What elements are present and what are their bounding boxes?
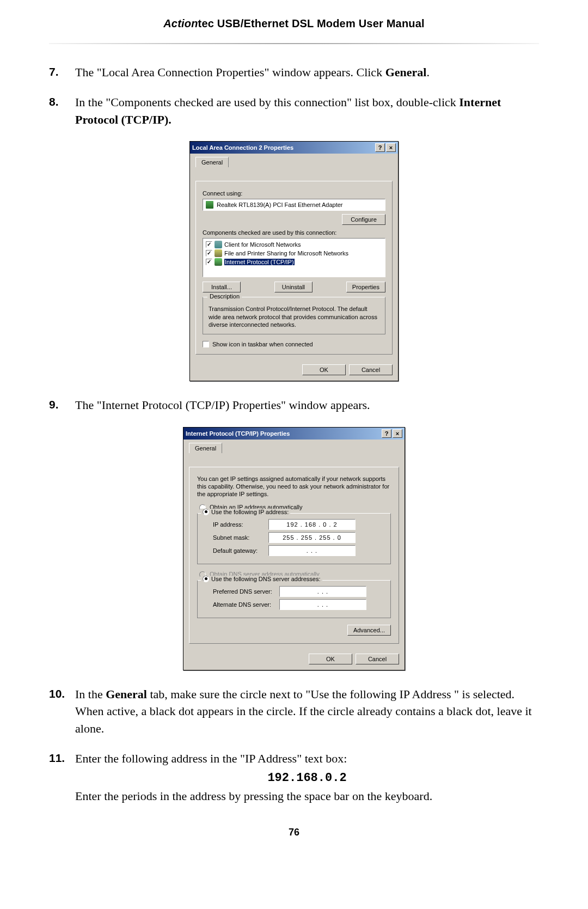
dialog-titlebar[interactable]: Local Area Connection 2 Properties ? × [190,142,398,154]
cancel-button[interactable]: Cancel [349,364,393,375]
step-9: 9. The "Internet Protocol (TCP/IP) Prope… [49,396,539,413]
instruction-list: 7. The "Local Area Connection Properties… [49,64,539,128]
properties-button[interactable]: Properties [346,282,385,292]
description-group: Transmission Control Protocol/Internet P… [203,297,385,334]
figure-lan-properties: Local Area Connection 2 Properties ? × G… [49,141,539,381]
components-listbox[interactable]: Client for Microsoft Networks File and P… [203,238,385,277]
show-icon-label: Show icon in taskbar when connected [212,341,313,347]
step-bold: General [106,687,147,701]
page-header: Actiontec USB/Ethernet DSL Modem User Ma… [49,17,539,40]
subnet-mask-input[interactable]: 255 . 255 . 255 . 0 [268,532,356,543]
step-text: tab, make sure the circle next to "Use t… [147,687,400,701]
dialog-title: Internet Protocol (TCP/IP) Properties [186,430,290,437]
list-item-label-selected: Internet Protocol (TCP/IP) [224,259,295,265]
step-text: Enter the periods in the address by pres… [75,789,432,803]
alternate-dns-label: Alternate DNS server: [203,601,279,608]
radio-use-ip[interactable] [203,509,209,515]
cancel-button[interactable]: Cancel [356,654,399,664]
step-number: 10. [49,686,65,702]
adapter-name: Realtek RTL8139(A) PCI Fast Ethernet Ada… [217,202,343,208]
tcpip-icon [215,258,222,266]
page-number: 76 [49,827,539,838]
list-item[interactable]: File and Printer Sharing for Microsoft N… [206,249,382,258]
preferred-dns-input[interactable]: . . . [279,586,366,597]
step-smallcaps: IP [399,687,409,701]
adapter-icon [206,201,213,209]
header-title-rest: USB/Ethernet DSL Modem User Manual [214,17,425,29]
step-text: In the [75,687,106,701]
figure-tcpip-properties: Internet Protocol (TCP/IP) Properties ? … [49,427,539,670]
show-icon-checkbox[interactable] [203,341,209,347]
ip-address-input[interactable]: 192 . 168 . 0 . 2 [268,519,356,530]
step-text: Enter the following address in the " [75,752,245,765]
client-icon [215,241,222,248]
step-8: 8. In the "Components checked are used b… [49,94,539,128]
step-number: 7. [49,64,59,80]
help-button[interactable]: ? [375,143,385,152]
step-number: 11. [49,750,65,766]
header-divider [49,40,539,47]
preferred-dns-label: Preferred DNS server: [203,588,279,595]
step-number: 9. [49,396,59,413]
radio-use-dns-label: Use the following DNS server addresses: [211,576,321,582]
step-text: . [426,65,430,79]
step-number: 8. [49,94,59,110]
list-item-label: Client for Microsoft Networks [224,241,301,248]
install-button[interactable]: Install... [203,282,241,292]
dialog-title: Local Area Connection 2 Properties [192,144,293,151]
default-gateway-label: Default gateway: [203,547,268,554]
step-text: ) Properties" window appears. [225,398,370,412]
instruction-list: 10. In the General tab, make sure the ci… [49,686,539,805]
brand-prefix: Action [163,17,198,29]
step-smallcaps: TCP/IP [125,113,164,126]
description-text: Transmission Control Protocol/Internet P… [209,305,379,328]
instruction-list: 9. The "Internet Protocol (TCP/IP) Prope… [49,396,539,413]
alternate-dns-input[interactable]: . . . [279,599,366,610]
configure-button[interactable]: Configure [342,214,385,225]
subnet-mask-label: Subnet mask: [203,534,268,541]
ip-address-label: IP address: [203,521,268,528]
ok-button[interactable]: OK [309,654,352,664]
ok-button[interactable]: OK [302,364,346,375]
uninstall-button[interactable]: Uninstall [274,282,313,292]
step-text: Address" text box: [255,752,347,765]
step-10: 10. In the General tab, make sure the ci… [49,686,539,737]
checkbox-icon[interactable] [206,250,212,257]
dialog-tcpip-properties: Internet Protocol (TCP/IP) Properties ? … [183,427,405,670]
radio-use-dns[interactable] [203,576,209,582]
components-label: Components checked are used by this conn… [203,229,385,236]
step-bold: General [385,65,427,79]
tab-general[interactable]: General [189,443,222,453]
radio-use-ip-label: Use the following IP address: [211,509,289,515]
step-smallcaps: TCP/IP [189,398,225,412]
list-item-label: File and Printer Sharing for Microsoft N… [224,250,348,257]
step-11: 11. Enter the following address in the "… [49,750,539,804]
checkbox-icon[interactable] [206,241,212,248]
default-gateway-input[interactable]: . . . [268,545,356,556]
step-text: In the "Components checked are used by t… [75,95,459,109]
dialog-lan-properties: Local Area Connection 2 Properties ? × G… [189,141,399,381]
list-item[interactable]: Client for Microsoft Networks [206,240,382,249]
dns-group: Use the following DNS server addresses: … [197,580,391,618]
close-button[interactable]: × [386,143,396,152]
dialog-titlebar[interactable]: Internet Protocol (TCP/IP) Properties ? … [183,428,405,440]
tab-general[interactable]: General [195,157,229,167]
step-smallcaps: IP [245,752,255,765]
close-button[interactable]: × [393,429,402,438]
step-7: 7. The "Local Area Connection Properties… [49,64,539,81]
step-text: The "Internet Protocol ( [75,398,189,412]
file-printer-icon [215,249,222,257]
help-button[interactable]: ? [382,429,391,438]
ip-address-value: 192.168.0.2 [267,771,346,785]
brand-suffix: tec [198,17,215,29]
connect-using-label: Connect using: [203,190,385,197]
step-text: The "Local Area Connection Properties" w… [75,65,385,79]
adapter-field: Realtek RTL8139(A) PCI Fast Ethernet Ada… [203,199,385,211]
list-item[interactable]: Internet Protocol (TCP/IP) [206,258,382,266]
ip-address-group: Use the following IP address: IP address… [197,513,391,564]
tcpip-intro: You can get IP settings assigned automat… [197,475,391,498]
advanced-button[interactable]: Advanced... [347,625,391,636]
checkbox-icon[interactable] [206,259,212,265]
